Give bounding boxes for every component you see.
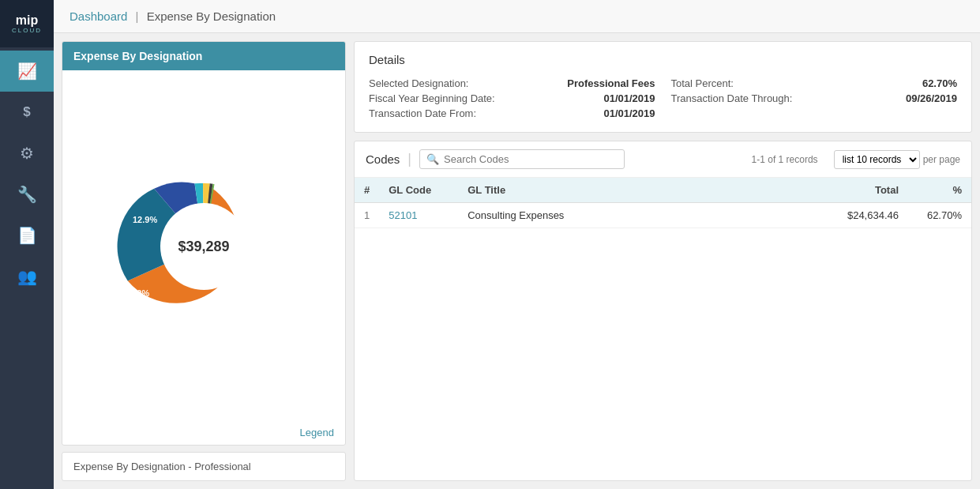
detail-row-fiscal: Fiscal Year Beginning Date: 01/01/2019 [369, 91, 655, 106]
col-header-total: Total [813, 178, 908, 203]
pagination-info: 1-1 of 1 records [752, 154, 818, 165]
codes-table-wrapper: # GL Code GL Title Total % 1 52101 Consu… [355, 178, 971, 480]
codes-header: Codes | 🔍 1-1 of 1 records list 10 recor… [355, 141, 971, 178]
details-grid: Selected Designation: Professional Fees … [369, 76, 957, 121]
trans-through-label: Transaction Date Through: [671, 92, 793, 104]
right-panel: Details Selected Designation: Profession… [354, 41, 972, 481]
sidebar-item-users[interactable]: 👥 [0, 256, 54, 297]
details-section-title: Details [369, 53, 957, 66]
detail-row-total-pct: Total Percent: 62.70% [671, 76, 958, 91]
chart-card: Expense By Designation [62, 41, 346, 446]
cell-total: $24,634.46 [813, 203, 908, 228]
cell-percent: 62.70% [908, 203, 971, 228]
cell-gltitle: Consulting Expenses [458, 203, 813, 228]
trans-from-value: 01/01/2019 [603, 107, 655, 119]
per-page-wrapper: list 10 records per page [834, 150, 960, 169]
designation-value: Professional Fees [567, 77, 655, 89]
donut-center-value: $39,289 [178, 238, 229, 254]
bottom-card-text: Expense By Designation - Professional [73, 461, 251, 472]
codes-table: # GL Code GL Title Total % 1 52101 Consu… [355, 178, 971, 228]
detail-row-trans-through: Transaction Date Through: 09/26/2019 [671, 91, 958, 106]
sidebar-item-settings[interactable]: ⚙ [0, 133, 54, 174]
sidebar-item-tools[interactable]: 🔧 [0, 174, 54, 215]
chart-icon: 📈 [17, 62, 37, 81]
designation-label: Selected Designation: [369, 77, 468, 89]
breadcrumb-current: Expense By Designation [147, 9, 276, 23]
search-icon: 🔍 [426, 153, 439, 165]
cell-num: 1 [355, 203, 379, 228]
left-panel: Expense By Designation [62, 41, 346, 481]
trans-from-label: Transaction Date From: [369, 107, 476, 119]
total-pct-label: Total Percent: [671, 77, 734, 89]
col-header-gltitle: GL Title [458, 178, 813, 203]
details-card: Details Selected Designation: Profession… [354, 41, 972, 133]
users-icon: 👥 [17, 267, 37, 286]
detail-row-trans-from: Transaction Date From: 01/01/2019 [369, 106, 655, 121]
segment-label-152: 15.2% [125, 288, 149, 298]
wrench-icon: 🔧 [17, 185, 37, 204]
detail-row-designation: Selected Designation: Professional Fees [369, 76, 655, 91]
content-area: Expense By Designation [54, 33, 980, 489]
logo-sub: CLOUD [12, 27, 42, 34]
per-page-label: per page [923, 154, 960, 165]
total-pct-value: 62.70% [922, 77, 957, 89]
fiscal-value: 01/01/2019 [603, 92, 655, 104]
segment-label-129: 12.9% [133, 215, 157, 224]
trans-through-value: 09/26/2019 [906, 92, 957, 104]
col-header-percent: % [908, 178, 971, 203]
col-header-num: # [355, 178, 379, 203]
fiscal-label: Fiscal Year Beginning Date: [369, 92, 495, 104]
bottom-card: Expense By Designation - Professional [62, 452, 346, 481]
sidebar-item-financials[interactable]: $ [0, 92, 54, 133]
table-header-row: # GL Code GL Title Total % [355, 178, 971, 203]
search-input[interactable] [444, 153, 618, 165]
breadcrumb-separator: | [136, 9, 139, 23]
dollar-icon: $ [23, 104, 30, 120]
per-page-select[interactable]: list 10 records [834, 150, 920, 169]
logo: mip CLOUD [0, 0, 54, 47]
table-row: 1 52101 Consulting Expenses $24,634.46 6… [355, 203, 971, 228]
codes-title: Codes [366, 152, 400, 166]
gear-icon: ⚙ [20, 144, 34, 163]
donut-chart: $39,289 15.2% 12.9% 62.7% [109, 152, 299, 341]
top-header: Dashboard | Expense By Designation [54, 0, 980, 33]
col-header-glcode: GL Code [379, 178, 458, 203]
legend-link[interactable]: Legend [62, 422, 345, 445]
sidebar-item-dashboard[interactable]: 📈 [0, 51, 54, 92]
codes-header-separator: | [407, 151, 411, 167]
search-wrapper: 🔍 [419, 149, 625, 169]
sidebar: mip CLOUD 📈 $ ⚙ 🔧 📄 👥 [0, 0, 54, 489]
chart-body: $39,289 15.2% 12.9% 62.7% [62, 70, 345, 422]
sidebar-item-reports[interactable]: 📄 [0, 215, 54, 256]
segment-label-627: 62.7% [262, 300, 287, 310]
cell-glcode[interactable]: 52101 [379, 203, 458, 228]
logo-text: mip [12, 14, 42, 27]
main-content: Dashboard | Expense By Designation Expen… [54, 0, 980, 489]
chart-title: Expense By Designation [62, 42, 345, 70]
breadcrumb: Dashboard | Expense By Designation [69, 9, 276, 23]
codes-card: Codes | 🔍 1-1 of 1 records list 10 recor… [354, 141, 972, 481]
breadcrumb-dashboard-link[interactable]: Dashboard [69, 9, 127, 23]
document-icon: 📄 [17, 226, 37, 245]
